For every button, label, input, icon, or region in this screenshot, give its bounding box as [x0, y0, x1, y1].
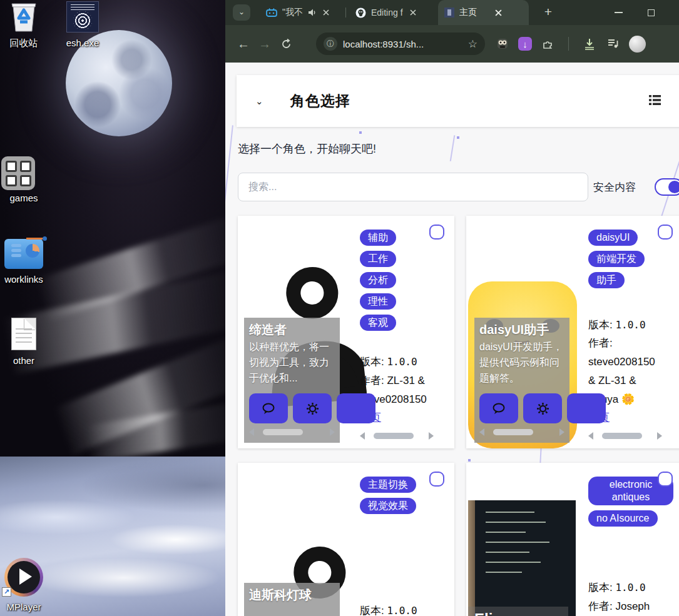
- collapse-chevron-icon[interactable]: ⌄: [255, 96, 270, 107]
- recycle-bin-icon: [9, 1, 38, 35]
- version-line: 版本: 1.0.0: [588, 578, 671, 597]
- document-icon: [11, 318, 36, 350]
- settings-button[interactable]: [293, 393, 332, 423]
- homepage-favicon: [444, 8, 454, 18]
- settings-button[interactable]: [523, 393, 562, 423]
- browser-window: ⌄ "我不 Edit: [225, 0, 679, 616]
- games-icon: [1, 156, 35, 190]
- terminal-text-line: [486, 522, 546, 523]
- desktop-icon-mplayer[interactable]: ↗ MPlayer: [1, 558, 46, 612]
- tab-close-icon[interactable]: [408, 8, 418, 18]
- desktop-icon-worklinks[interactable]: worklinks: [1, 239, 46, 285]
- tag-button[interactable]: no AIsource: [588, 510, 658, 527]
- avatar-zone: 迪斯科灯球: [238, 463, 352, 616]
- settings-gear-icon: [306, 402, 319, 415]
- tab-search-button[interactable]: ⌄: [233, 4, 250, 21]
- list-view-icon[interactable]: [649, 94, 661, 108]
- tab-title: 主页: [459, 7, 477, 18]
- safe-content-toggle[interactable]: [655, 178, 679, 196]
- tag-button[interactable]: 视觉效果: [360, 498, 416, 514]
- tag-button[interactable]: 助手: [588, 272, 625, 288]
- tab-close-icon[interactable]: [493, 8, 503, 18]
- tag-button[interactable]: 主题切换: [360, 477, 416, 493]
- select-checkbox[interactable]: [658, 472, 673, 487]
- desktop-icon-label: other: [1, 355, 46, 366]
- profile-avatar[interactable]: [629, 36, 646, 53]
- playlist-icon[interactable]: [605, 36, 621, 52]
- character-card: daisyUI助手daisyUI开发助手，提供代码示例和问题解答。 daisyU…: [466, 216, 679, 448]
- site-info-icon[interactable]: ⓘ: [324, 37, 337, 51]
- scroll-thumb[interactable]: [263, 429, 303, 435]
- scroll-right-arrow[interactable]: [330, 428, 335, 436]
- scroll-left-arrow[interactable]: [479, 428, 484, 436]
- avatar-caption: Elizathe First: [468, 607, 568, 616]
- extensions-puzzle-icon[interactable]: [539, 36, 556, 52]
- search-input[interactable]: [238, 173, 588, 201]
- terminal-text-line: [486, 572, 522, 573]
- downloader-extension-icon[interactable]: ↓: [518, 37, 532, 51]
- tag-button[interactable]: 分析: [360, 272, 396, 288]
- character-card: Elizathe Firstelectronic antiquesno AIso…: [466, 463, 679, 616]
- tag-button[interactable]: 客观: [360, 315, 396, 331]
- forward-button[interactable]: →: [254, 33, 275, 54]
- scroll-right-arrow[interactable]: [559, 428, 564, 436]
- tag-button[interactable]: 理性: [360, 293, 396, 310]
- bookmark-star-icon[interactable]: ☆: [468, 38, 477, 51]
- address-bar[interactable]: ⓘ localhost:8931/sh... ☆: [316, 33, 485, 55]
- page-content: ⌄ 角色选择 选择一个角色，开始聊天吧! 安全内容 缔造者以种群优先，将一切视为…: [225, 63, 679, 616]
- tag-button[interactable]: 前端开发: [588, 251, 645, 267]
- settings-gear-icon: [536, 402, 549, 415]
- tag-button[interactable]: 工作: [360, 251, 396, 267]
- chat-button[interactable]: [249, 393, 288, 423]
- new-tab-button[interactable]: +: [539, 4, 557, 21]
- tab-divider: [345, 8, 346, 18]
- terminal-text-line: [486, 532, 526, 533]
- version-value: 1.0.0: [615, 319, 645, 331]
- card-actions: [249, 393, 374, 423]
- chat-button[interactable]: [479, 393, 518, 423]
- more-button[interactable]: [567, 393, 606, 423]
- tab-close-icon[interactable]: [321, 8, 331, 18]
- tag-button[interactable]: 辅助: [360, 230, 396, 246]
- tab-github[interactable]: Editing f: [349, 0, 437, 25]
- desktop-icon-games[interactable]: games: [1, 156, 46, 203]
- tab-audio-icon[interactable]: [308, 9, 316, 16]
- scroll-right-arrow[interactable]: [657, 432, 662, 440]
- scroll-thumb[interactable]: [374, 433, 414, 439]
- character-name: daisyUI助手: [479, 321, 564, 338]
- select-checkbox[interactable]: [429, 472, 444, 487]
- tab-title: Editing f: [371, 8, 403, 18]
- mplayer-icon: ↗: [4, 558, 43, 597]
- desktop-icon-other[interactable]: other: [1, 318, 46, 366]
- scroll-thumb[interactable]: [493, 429, 533, 435]
- window-maximize-button[interactable]: [637, 0, 665, 25]
- more-button[interactable]: [337, 393, 375, 423]
- card-info: 版本: 1.0.0: [360, 602, 434, 616]
- tab-bilibili[interactable]: "我不: [260, 0, 341, 25]
- tab-strip: ⌄ "我不 Edit: [225, 0, 679, 25]
- tampermonkey-extension-icon[interactable]: [494, 36, 511, 52]
- desktop: 回收站 esh.exe games worklinks other ↗ MPla…: [0, 0, 225, 616]
- bilibili-icon: [266, 8, 277, 17]
- wallpaper-night: [0, 0, 225, 457]
- character-name: 迪斯科灯球: [249, 587, 335, 603]
- scroll-right-arrow[interactable]: [429, 432, 434, 440]
- tag-button[interactable]: daisyUI: [588, 230, 638, 246]
- safe-content-label: 安全内容: [593, 180, 636, 194]
- window-minimize-button[interactable]: [605, 0, 632, 25]
- desktop-icon-recycle-bin[interactable]: 回收站: [1, 1, 46, 49]
- info-scrollbar: [360, 432, 434, 440]
- reload-button[interactable]: [275, 33, 297, 54]
- tab-homepage[interactable]: 主页: [438, 0, 529, 25]
- version-label: 版本:: [360, 356, 387, 368]
- scroll-left-arrow[interactable]: [360, 432, 365, 440]
- scroll-left-arrow[interactable]: [588, 432, 593, 440]
- desktop-icon-esh-exe[interactable]: esh.exe: [60, 1, 105, 48]
- back-button[interactable]: ←: [233, 33, 254, 54]
- select-checkbox[interactable]: [429, 225, 444, 240]
- scroll-thumb[interactable]: [602, 433, 642, 439]
- page-subtitle: 选择一个角色，开始聊天吧!: [238, 141, 376, 156]
- downloads-icon[interactable]: [581, 36, 598, 52]
- scroll-left-arrow[interactable]: [249, 428, 254, 436]
- select-checkbox[interactable]: [658, 225, 673, 240]
